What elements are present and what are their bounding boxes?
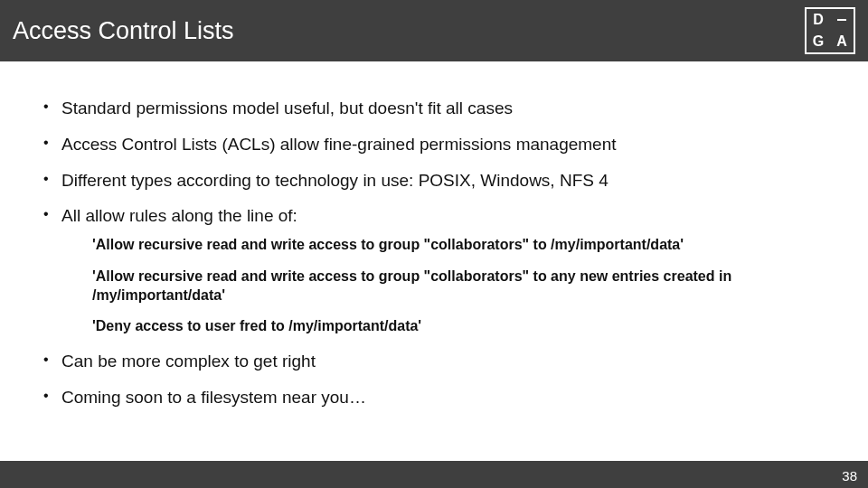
- content-area: Standard permissions model useful, but d…: [36, 98, 832, 423]
- bullet-text: Different types according to technology …: [61, 171, 609, 190]
- sub-list-item: 'Deny access to user fred to /my/importa…: [61, 317, 832, 336]
- bullet-text: Coming soon to a filesystem near you…: [61, 388, 366, 407]
- bullet-text: All allow rules along the line of:: [61, 206, 297, 225]
- logo: D G A: [805, 7, 855, 54]
- slide-title: Access Control Lists: [0, 17, 234, 45]
- list-item: Standard permissions model useful, but d…: [36, 98, 832, 119]
- bottom-bar: 38: [0, 461, 868, 488]
- list-item: Different types according to technology …: [36, 170, 832, 192]
- title-bar: Access Control Lists D G A: [0, 0, 868, 61]
- sub-list: 'Allow recursive read and write access t…: [61, 236, 832, 336]
- bullet-text: Standard permissions model useful, but d…: [61, 99, 513, 117]
- slide: Access Control Lists D G A Standard perm…: [0, 0, 868, 488]
- sub-list-item: 'Allow recursive read and write access t…: [61, 267, 832, 305]
- list-item: Can be more complex to get right: [36, 351, 832, 372]
- logo-letter-g: G: [807, 31, 830, 52]
- logo-letter-d: D: [807, 9, 830, 31]
- bullet-list: Standard permissions model useful, but d…: [36, 98, 832, 408]
- logo-letter-a: A: [830, 31, 854, 52]
- list-item: Access Control Lists (ACLs) allow fine-g…: [36, 134, 832, 155]
- bullet-text: Can be more complex to get right: [61, 352, 316, 371]
- sub-list-item: 'Allow recursive read and write access t…: [61, 236, 832, 255]
- bullet-text: Access Control Lists (ACLs) allow fine-g…: [61, 135, 617, 154]
- list-item: All allow rules along the line of: 'Allo…: [36, 205, 832, 336]
- list-item: Coming soon to a filesystem near you…: [36, 387, 832, 408]
- page-number: 38: [842, 468, 857, 483]
- logo-dash-icon: [830, 9, 854, 31]
